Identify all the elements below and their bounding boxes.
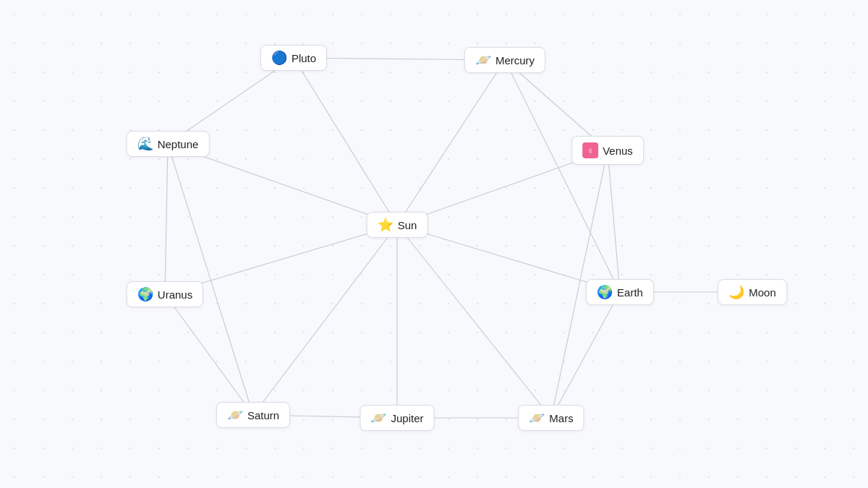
earth-label: Earth: [617, 286, 643, 299]
node-moon[interactable]: 🌙Moon: [718, 279, 787, 305]
uranus-icon: 🌍: [137, 288, 153, 301]
node-jupiter[interactable]: 🪐Jupiter: [359, 405, 434, 431]
mars-label: Mars: [549, 412, 573, 424]
node-earth[interactable]: 🌍Earth: [586, 279, 654, 305]
node-mars[interactable]: 🪐Mars: [518, 405, 584, 431]
pluto-icon: 🔵: [271, 51, 287, 64]
moon-label: Moon: [749, 286, 776, 299]
svg-line-11: [608, 150, 620, 292]
venus-label: Venus: [603, 145, 633, 157]
node-uranus[interactable]: 🌍Uranus: [127, 281, 203, 307]
svg-line-8: [294, 58, 397, 225]
node-saturn[interactable]: 🪐Saturn: [216, 402, 290, 428]
node-venus[interactable]: ♀Venus: [571, 136, 644, 165]
mercury-label: Mercury: [495, 54, 535, 67]
saturn-label: Saturn: [247, 409, 279, 421]
mercury-icon: 🪐: [475, 53, 491, 67]
svg-line-3: [397, 225, 551, 418]
saturn-icon: 🪐: [227, 408, 243, 421]
node-pluto[interactable]: 🔵Pluto: [260, 45, 327, 71]
svg-line-20: [505, 60, 620, 292]
pluto-label: Pluto: [292, 52, 316, 64]
uranus-label: Uranus: [158, 288, 192, 301]
jupiter-icon: 🪐: [370, 411, 386, 424]
sun-label: Sun: [398, 219, 417, 231]
svg-line-5: [253, 225, 397, 415]
venus-icon: ♀: [582, 142, 598, 158]
earth-icon: 🌍: [597, 286, 613, 299]
jupiter-label: Jupiter: [391, 412, 423, 424]
svg-line-0: [397, 60, 505, 225]
svg-line-12: [551, 292, 620, 418]
moon-icon: 🌙: [728, 286, 744, 299]
sun-icon: ⭐: [378, 218, 393, 231]
mars-icon: 🪐: [529, 411, 545, 424]
svg-line-16: [165, 144, 168, 294]
node-neptune[interactable]: 🌊Neptune: [127, 131, 210, 157]
node-sun[interactable]: ⭐Sun: [367, 212, 428, 238]
neptune-label: Neptune: [158, 138, 199, 150]
node-mercury[interactable]: 🪐Mercury: [464, 47, 545, 73]
svg-line-15: [165, 294, 253, 415]
neptune-icon: 🌊: [137, 137, 153, 150]
svg-line-19: [168, 144, 253, 415]
